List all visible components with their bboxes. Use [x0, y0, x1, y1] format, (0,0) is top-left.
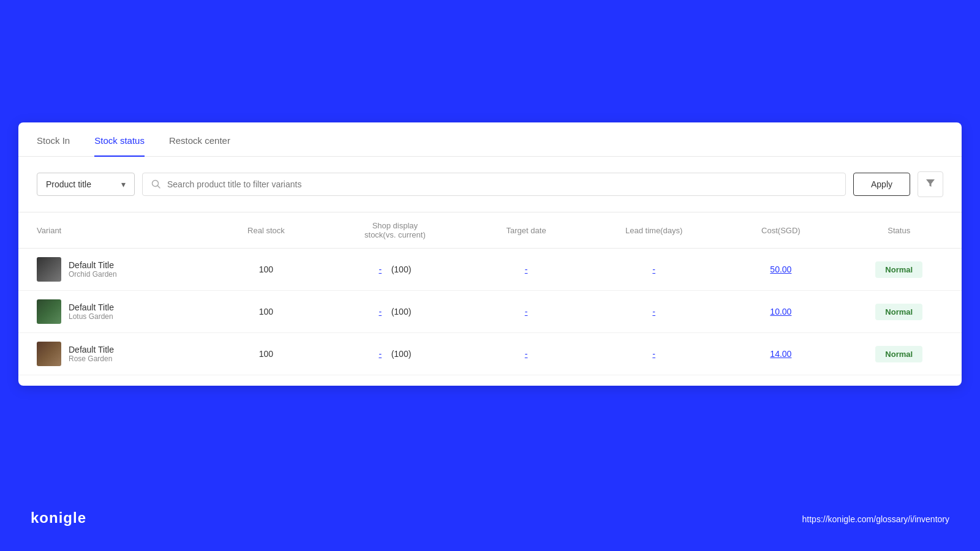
col-variant: Variant — [18, 212, 212, 249]
inventory-table: Variant Real stock Shop displaystock(vs.… — [18, 212, 962, 375]
variant-subtitle-2: Rose Garden — [69, 354, 114, 363]
filter-row: Product title ▾ Apply — [18, 157, 962, 212]
cell-shop-display-1: - (100) — [320, 291, 470, 333]
svg-line-1 — [158, 186, 160, 189]
chevron-down-icon: ▾ — [121, 179, 126, 189]
cell-target-date-1[interactable]: - — [470, 291, 582, 333]
shop-display-vs-0: (100) — [391, 264, 412, 274]
cell-shop-display-0: - (100) — [320, 249, 470, 291]
cell-lead-time-1[interactable]: - — [582, 291, 725, 333]
col-cost: Cost(SGD) — [725, 212, 836, 249]
col-shop-display: Shop displaystock(vs. current) — [320, 212, 470, 249]
cell-cost-2[interactable]: 14.00 — [725, 333, 836, 375]
variant-subtitle-0: Orchid Garden — [69, 270, 117, 279]
cell-lead-time-0[interactable]: - — [582, 249, 725, 291]
tab-stock-status[interactable]: Stock status — [94, 123, 145, 157]
cell-variant-0: Default Title Orchid Garden — [18, 249, 212, 291]
variant-title-2: Default Title — [69, 345, 114, 354]
product-thumbnail-0 — [37, 257, 61, 282]
product-thumbnail-2 — [37, 342, 61, 366]
cell-target-date-0[interactable]: - — [470, 249, 582, 291]
filter-icon-button[interactable] — [918, 171, 943, 197]
target-date-link-2[interactable]: - — [525, 349, 528, 359]
search-icon — [151, 179, 161, 189]
table-container: Variant Real stock Shop displaystock(vs.… — [18, 212, 962, 381]
cost-link-2[interactable]: 14.00 — [770, 349, 791, 359]
table-header-row: Variant Real stock Shop displaystock(vs.… — [18, 212, 962, 249]
main-card: Stock In Stock status Restock center Pro… — [18, 122, 962, 386]
apply-button[interactable]: Apply — [853, 173, 910, 196]
col-target-date: Target date — [470, 212, 582, 249]
cell-lead-time-2[interactable]: - — [582, 333, 725, 375]
table-row: Default Title Orchid Garden 100 - (100) … — [18, 249, 962, 291]
search-input[interactable] — [167, 179, 837, 189]
cell-status-2: Normal — [837, 333, 962, 375]
cost-link-1[interactable]: 10.00 — [770, 307, 791, 317]
variant-subtitle-1: Lotus Garden — [69, 312, 114, 321]
variant-title-1: Default Title — [69, 302, 114, 312]
dropdown-label: Product title — [46, 179, 91, 189]
funnel-icon — [925, 178, 935, 188]
cell-cost-0[interactable]: 50.00 — [725, 249, 836, 291]
table-row: Default Title Rose Garden 100 - (100) - … — [18, 333, 962, 375]
cell-real-stock-1: 100 — [212, 291, 320, 333]
tab-stock-in[interactable]: Stock In — [37, 123, 70, 157]
status-badge-2: Normal — [875, 346, 922, 362]
cell-status-0: Normal — [837, 249, 962, 291]
variant-title-0: Default Title — [69, 260, 117, 270]
cell-real-stock-2: 100 — [212, 333, 320, 375]
cell-target-date-2[interactable]: - — [470, 333, 582, 375]
product-filter-dropdown[interactable]: Product title ▾ — [37, 173, 135, 196]
cost-link-0[interactable]: 50.00 — [770, 264, 791, 274]
target-date-link-0[interactable]: - — [525, 264, 528, 274]
shop-display-dash-0[interactable]: - — [379, 264, 382, 274]
cell-variant-2: Default Title Rose Garden — [18, 333, 212, 375]
shop-display-dash-2[interactable]: - — [379, 349, 382, 359]
product-thumbnail-1 — [37, 299, 61, 324]
lead-time-link-2[interactable]: - — [652, 349, 655, 359]
status-badge-0: Normal — [875, 261, 922, 278]
cell-real-stock-0: 100 — [212, 249, 320, 291]
target-date-link-1[interactable]: - — [525, 307, 528, 317]
cell-cost-1[interactable]: 10.00 — [725, 291, 836, 333]
col-real-stock: Real stock — [212, 212, 320, 249]
lead-time-link-1[interactable]: - — [652, 307, 655, 317]
shop-display-vs-2: (100) — [391, 349, 412, 359]
shop-display-vs-1: (100) — [391, 307, 412, 317]
brand-logo: konigle — [31, 509, 86, 527]
footer-url: https://konigle.com/glossary/i/inventory — [802, 514, 949, 524]
cell-shop-display-2: - (100) — [320, 333, 470, 375]
table-row: Default Title Lotus Garden 100 - (100) -… — [18, 291, 962, 333]
tab-restock-center[interactable]: Restock center — [169, 123, 230, 157]
cell-variant-1: Default Title Lotus Garden — [18, 291, 212, 333]
col-lead-time: Lead time(days) — [582, 212, 725, 249]
tabs-container: Stock In Stock status Restock center — [18, 122, 962, 157]
lead-time-link-0[interactable]: - — [652, 264, 655, 274]
cell-status-1: Normal — [837, 291, 962, 333]
search-box — [142, 173, 846, 196]
col-status: Status — [837, 212, 962, 249]
shop-display-dash-1[interactable]: - — [379, 307, 382, 317]
status-badge-1: Normal — [875, 304, 922, 320]
